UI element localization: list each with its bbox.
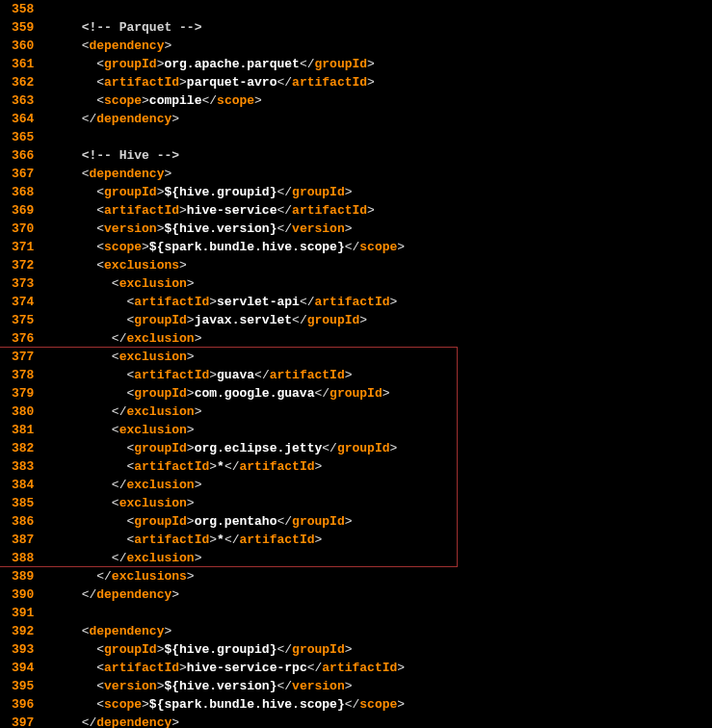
line-number: 397 xyxy=(12,714,34,728)
code-line[interactable]: </dependency> xyxy=(51,110,712,128)
line-number: 358 xyxy=(12,0,34,18)
code-line[interactable]: <groupId>javax.servlet</groupId> xyxy=(51,311,712,329)
code-line[interactable]: <exclusion> xyxy=(51,274,712,293)
line-number: 387 xyxy=(12,531,34,549)
code-line[interactable]: </exclusion> xyxy=(51,329,712,348)
line-number: 373 xyxy=(12,274,34,293)
code-editor[interactable]: 3583593603613623633643653663673683693703… xyxy=(0,0,712,728)
code-line[interactable]: <version>${hive.version}</version> xyxy=(51,677,712,695)
line-number: 386 xyxy=(12,512,34,531)
line-number: 368 xyxy=(12,183,34,201)
code-line[interactable]: <scope>${spark.bundle.hive.scope}</scope… xyxy=(51,238,712,256)
line-number: 376 xyxy=(12,329,34,348)
line-number: 381 xyxy=(12,421,34,439)
code-line[interactable]: <scope>compile</scope> xyxy=(51,91,712,110)
code-line[interactable]: <dependency> xyxy=(51,165,712,183)
line-number: 393 xyxy=(12,640,34,659)
code-line[interactable]: <!-- Parquet --> xyxy=(51,18,712,37)
code-line[interactable]: <exclusions> xyxy=(51,256,712,274)
line-number: 366 xyxy=(12,146,34,165)
code-line[interactable]: <dependency> xyxy=(51,622,712,640)
line-number: 383 xyxy=(12,457,34,476)
line-number: 361 xyxy=(12,55,34,73)
line-number: 378 xyxy=(12,366,34,384)
code-line[interactable]: </exclusions> xyxy=(51,567,712,585)
code-line[interactable]: <version>${hive.version}</version> xyxy=(51,220,712,238)
code-line[interactable]: <exclusion> xyxy=(51,494,712,512)
line-number: 395 xyxy=(12,677,34,695)
line-number: 365 xyxy=(12,128,34,146)
code-line[interactable]: <artifactId>hive-service-rpc</artifactId… xyxy=(51,659,712,677)
code-line[interactable]: <exclusion> xyxy=(51,421,712,439)
line-number: 363 xyxy=(12,91,34,110)
code-area[interactable]: <!-- Parquet --> <dependency> <groupId>o… xyxy=(41,0,712,728)
code-line[interactable]: <exclusion> xyxy=(51,348,712,366)
code-line[interactable]: <groupId>org.pentaho</groupId> xyxy=(51,512,712,531)
line-number: 370 xyxy=(12,220,34,238)
code-line[interactable]: <artifactId>servlet-api</artifactId> xyxy=(51,293,712,311)
line-number: 364 xyxy=(12,110,34,128)
line-number: 390 xyxy=(12,585,34,604)
code-line[interactable]: <artifactId>guava</artifactId> xyxy=(51,366,712,384)
code-line[interactable]: <groupId>org.apache.parquet</groupId> xyxy=(51,55,712,73)
code-line[interactable]: <artifactId>hive-service</artifactId> xyxy=(51,201,712,220)
code-line[interactable]: </exclusion> xyxy=(51,476,712,494)
line-number: 360 xyxy=(12,37,34,55)
line-number-gutter: 3583593603613623633643653663673683693703… xyxy=(0,0,41,728)
line-number: 388 xyxy=(12,549,34,567)
code-line[interactable]: <!-- Hive --> xyxy=(51,146,712,165)
line-number: 391 xyxy=(12,604,34,622)
code-line[interactable]: <groupId>${hive.groupid}</groupId> xyxy=(51,183,712,201)
code-line[interactable]: <artifactId>parquet-avro</artifactId> xyxy=(51,73,712,91)
code-line[interactable]: <groupId>com.google.guava</groupId> xyxy=(51,384,712,403)
code-line[interactable] xyxy=(51,0,712,18)
line-number: 396 xyxy=(12,695,34,714)
code-line[interactable]: <artifactId>*</artifactId> xyxy=(51,457,712,476)
code-line[interactable]: </exclusion> xyxy=(51,549,712,567)
line-number: 379 xyxy=(12,384,34,403)
code-line[interactable] xyxy=(51,604,712,622)
line-number: 384 xyxy=(12,476,34,494)
line-number: 389 xyxy=(12,567,34,585)
code-line[interactable] xyxy=(51,128,712,146)
line-number: 367 xyxy=(12,165,34,183)
line-number: 380 xyxy=(12,403,34,421)
code-line[interactable]: </dependency> xyxy=(51,585,712,604)
line-number: 372 xyxy=(12,256,34,274)
code-line[interactable]: <dependency> xyxy=(51,37,712,55)
line-number: 371 xyxy=(12,238,34,256)
code-line[interactable]: </dependency> xyxy=(51,714,712,728)
line-number: 362 xyxy=(12,73,34,91)
line-number: 394 xyxy=(12,659,34,677)
code-line[interactable]: <artifactId>*</artifactId> xyxy=(51,531,712,549)
code-line[interactable]: </exclusion> xyxy=(51,403,712,421)
line-number: 369 xyxy=(12,201,34,220)
line-number: 382 xyxy=(12,439,34,457)
code-line[interactable]: <groupId>org.eclipse.jetty</groupId> xyxy=(51,439,712,457)
line-number: 375 xyxy=(12,311,34,329)
code-line[interactable]: <groupId>${hive.groupid}</groupId> xyxy=(51,640,712,659)
code-line[interactable]: <scope>${spark.bundle.hive.scope}</scope… xyxy=(51,695,712,714)
line-number: 392 xyxy=(12,622,34,640)
line-number: 359 xyxy=(12,18,34,37)
line-number: 374 xyxy=(12,293,34,311)
line-number: 377 xyxy=(12,348,34,366)
line-number: 385 xyxy=(12,494,34,512)
